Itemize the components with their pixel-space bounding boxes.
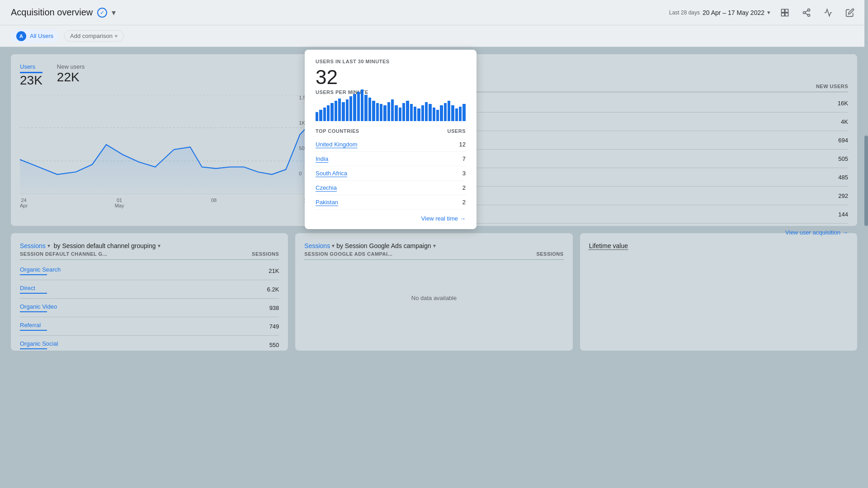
sessions-ads-table-header: SESSION GOOGLE ADS CAMPAI... SESSIONS [304, 251, 563, 260]
mini-bar [406, 101, 409, 121]
top-countries-label: TOP COUNTRIES [316, 128, 359, 134]
country-name[interactable]: United Kingdom [316, 141, 358, 148]
mini-bar [414, 107, 416, 121]
sessions-ads-card: Sessions ▾ by Session Google Ads campaig… [295, 233, 572, 351]
mini-bar [372, 101, 375, 121]
country-name[interactable]: India [316, 155, 328, 162]
session-channel-name[interactable]: Organic Search [20, 266, 61, 275]
date-range-value: 20 Apr – 17 May 2022 [703, 9, 764, 16]
view-user-acquisition-link[interactable]: View user acquisition → [335, 229, 848, 236]
channel-value: 505 [838, 155, 848, 162]
mini-bar [353, 94, 356, 121]
session-channel-name[interactable]: Organic Video [20, 303, 57, 312]
add-comparison-label: Add comparison [70, 33, 113, 39]
mini-bar [357, 92, 360, 121]
date-dropdown-icon[interactable]: ▾ [767, 9, 770, 16]
country-name[interactable]: South Africa [316, 170, 347, 177]
country-name[interactable]: Czechia [316, 184, 337, 191]
country-name[interactable]: Pakistan [316, 199, 338, 206]
x-label-01may: 01May [115, 197, 124, 208]
dropdown-icon[interactable]: ▾ [112, 8, 116, 18]
mini-bar [451, 105, 454, 121]
mini-bar [383, 105, 386, 121]
no-data-message: No data available [304, 262, 563, 334]
sessions-channel-subtitle[interactable]: by Session default channel grouping [54, 242, 156, 249]
metric-new-users: New users 22K [57, 63, 85, 88]
sessions-ads-label[interactable]: Sessions [304, 242, 330, 249]
sessions-dropdown-icon: ▾ [47, 243, 50, 249]
sessions-label[interactable]: Sessions [20, 242, 46, 249]
sessions-ads-title: Sessions ▾ by Session Google Ads campaig… [304, 242, 563, 249]
session-channel-name[interactable]: Referral [20, 322, 47, 331]
session-channel-value: 550 [269, 342, 279, 348]
compare-icon[interactable] [821, 5, 835, 20]
metric-users-label[interactable]: Users [20, 63, 42, 73]
metric-users-value: 23K [20, 73, 42, 88]
mini-bar [444, 103, 447, 121]
realtime-card: USERS IN LAST 30 MINUTES 32 USERS PER MI… [305, 50, 476, 229]
pencil-icon[interactable] [843, 5, 857, 20]
mini-bar [391, 99, 394, 121]
scrollbar-thumb[interactable] [864, 136, 868, 226]
mini-bar [387, 102, 390, 121]
sessions-channel-dropdown: ▾ [158, 243, 160, 249]
svg-rect-0 [782, 9, 785, 12]
sessions-ads-subtitle[interactable]: by Session Google Ads campaign [336, 242, 431, 249]
x-label-24apr: 24Apr [20, 197, 28, 208]
metric-new-users-label[interactable]: New users [57, 63, 85, 70]
header-right: Last 28 days 20 Apr – 17 May 2022 ▾ [669, 5, 857, 20]
view-realtime-link[interactable]: View real time → [316, 215, 466, 222]
top-countries-header: TOP COUNTRIES USERS [316, 128, 466, 134]
ads-col2-header: SESSIONS [536, 251, 563, 257]
sessions-col2-header: SESSIONS [252, 251, 279, 257]
mini-bar [349, 96, 352, 121]
svg-point-4 [808, 9, 810, 11]
lifetime-value-title: Lifetime value [589, 242, 848, 249]
x-label-08: 08 [211, 197, 217, 208]
country-count: 2 [462, 199, 466, 206]
country-count: 12 [459, 141, 466, 148]
add-icon: + [114, 33, 118, 39]
mini-bar [376, 103, 379, 121]
header-left: Acquisition overview ✓ ▾ [11, 7, 116, 18]
add-comparison-button[interactable]: Add comparison + [64, 30, 124, 42]
mini-bar [421, 105, 424, 121]
scrollbar-track[interactable] [864, 0, 868, 488]
mini-bar [316, 112, 318, 121]
share-icon[interactable] [799, 5, 814, 20]
sessions-ads-dropdown-icon: ▾ [332, 243, 335, 249]
mini-bar [338, 99, 341, 121]
mini-bar [462, 104, 465, 121]
channel-value: 16K [838, 100, 848, 107]
realtime-title: USERS IN LAST 30 MINUTES [316, 59, 466, 64]
session-channel-name[interactable]: Organic Social [20, 340, 58, 349]
session-channel-name[interactable]: Direct [20, 285, 47, 294]
mini-bar [433, 108, 435, 121]
country-count: 2 [462, 184, 466, 191]
mini-bar [346, 99, 349, 121]
bottom-row: Sessions ▾ by Session default channel gr… [11, 233, 857, 351]
channel-value: 4K [841, 118, 848, 125]
mini-bar [342, 102, 344, 121]
country-count: 3 [462, 170, 466, 177]
line-chart [20, 95, 309, 194]
mini-bar [364, 95, 367, 121]
svg-point-6 [808, 14, 810, 16]
mini-bar [448, 101, 450, 121]
mini-bar [319, 110, 322, 121]
header: Acquisition overview ✓ ▾ Last 28 days 20… [0, 0, 868, 25]
svg-point-5 [803, 11, 806, 14]
bar-indicator [20, 330, 47, 331]
realtime-subtitle: USERS PER MINUTE [316, 89, 466, 95]
mini-bar [335, 101, 337, 121]
all-users-chip[interactable]: A All Users [11, 29, 59, 43]
channel-value: 292 [838, 192, 848, 199]
edit-icon[interactable] [778, 5, 792, 20]
realtime-count: 32 [316, 66, 466, 89]
metric-new-users-value: 22K [57, 70, 85, 84]
mini-bar [417, 108, 420, 121]
arrow-icon: → [842, 229, 848, 236]
view-link-label: View user acquisition [785, 229, 840, 236]
sessions-ads-sub-dropdown: ▾ [433, 243, 436, 249]
lifetime-value-label: Lifetime value [589, 242, 628, 249]
